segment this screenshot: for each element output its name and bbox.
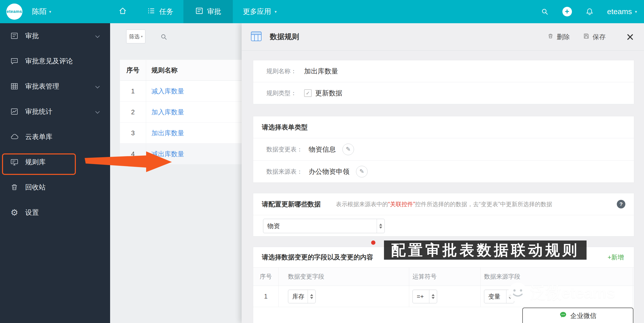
brand-label: eteams [607,7,632,16]
chevron-down-icon [95,83,100,90]
row-blank-cell [633,286,634,307]
rule-type-row: 规则类型： ✓ 更新数据 [253,82,634,104]
nav-tasks[interactable]: 任务 [137,0,183,23]
search-icon[interactable] [541,8,549,16]
rule-link[interactable]: 加入库数量 [146,108,184,117]
update-data-checkbox[interactable]: ✓ [304,89,312,97]
chart-icon [9,107,20,116]
row-number: 4 [120,144,146,164]
screen: eteams 陈陌 ▾ 任务 [0,0,644,323]
notifications-bell-icon[interactable] [586,8,594,16]
column-header-name: 规则名称 [146,66,178,75]
target-data-select[interactable]: 物资 [263,219,385,233]
nav-more-apps[interactable]: 更多应用 ▾ [233,0,287,23]
sidebar-item-label: 审批 [25,31,39,40]
rule-name-label: 规则名称： [266,67,304,75]
sidebar-item-label: 云表单库 [25,132,52,141]
source-table-label: 数据来源表： [266,168,309,176]
update-data-title: 请配置更新哪些数据 [262,200,321,209]
add-new-button[interactable]: +新增 [607,253,624,261]
operator-select[interactable]: =+ [412,290,437,303]
row-number: 3 [120,123,146,143]
wechat-work-button[interactable]: 企业微信 [522,308,633,323]
rules-screen-icon [9,158,20,166]
save-label: 保存 [593,33,606,41]
sidebar-item-statistics[interactable]: 审批统计 [0,99,110,124]
user-menu[interactable]: 陈陌 ▾ [32,7,51,17]
change-field-select[interactable]: 库存 [288,290,316,303]
column-header-change-field: 数据变更字段 [279,267,409,286]
close-icon[interactable]: × [626,30,634,43]
sidebar-item-cloud-forms[interactable]: 云表单库 [0,124,110,149]
search-icon[interactable] [160,33,168,42]
help-question-icon[interactable]: ? [617,200,625,208]
eteams-logo[interactable]: eteams [6,4,22,20]
sidebar-item-settings[interactable]: ⚙ 设置 [0,200,110,225]
form-type-title: 请选择表单类型 [262,123,308,132]
change-table-row: 数据变更表： 物资信息 ✎ [253,138,634,160]
sidebar-item-label: 审批意见及评论 [25,57,73,66]
sidebar-item-recycle-bin[interactable]: 回收站 [0,175,110,200]
rule-link[interactable]: 减出库数量 [146,150,184,158]
update-data-body: 物资 [253,215,634,236]
row-number: 1 [120,81,146,101]
row-number: 2 [120,102,146,122]
data-rule-drawer: 数据规则 删除 保存 × 规则名称： 加出库数量 [242,23,644,323]
sidebar-item-approval[interactable]: 审批 [0,23,110,48]
logo-text: eteams [7,9,22,14]
wechat-chat-icon [559,311,567,320]
change-table-label: 数据变更表： [266,145,309,153]
form-type-card: 请选择表单类型 数据变更表： 物资信息 ✎ 数据来源表： 办公物资申领 ✎ [253,116,634,183]
update-data-card: 请配置更新哪些数据 表示根据来源表中的“关联控件”控件所选择的的数据，去“变更表… [253,193,634,236]
nav-more-apps-label: 更多应用 [243,7,271,16]
sidebar-item-label: 设置 [25,208,39,217]
drawer-header: 数据规则 删除 保存 × [242,23,644,51]
source-table-row: 数据来源表： 办公物资申领 ✎ [253,160,634,182]
source-table-value: 办公物资申领 [309,167,349,176]
sidebar-item-label: 规则库 [25,157,46,167]
check-icon: ✓ [306,91,310,96]
chevron-down-icon [95,108,100,116]
column-header-source-field: 数据来源字段 [481,267,633,286]
rule-name-value: 加出库数量 [304,67,338,76]
delete-button[interactable]: 删除 [547,33,570,41]
change-fields-table-header: 序号 数据变更字段 运算符号 数据来源字段 [253,267,634,286]
edit-pencil-icon[interactable]: ✎ [342,144,354,155]
filter-label: 筛选 [129,33,140,40]
select-stepper-icon [308,290,315,303]
brand-menu[interactable]: eteams ▾ [607,7,637,16]
drawer-body: 规则名称： 加出库数量 规则类型： ✓ 更新数据 请选择表单类型 数据变更表： … [242,50,644,323]
save-button[interactable]: 保存 [583,33,606,41]
trash-icon [547,33,554,41]
sidebar-item-comments[interactable]: 审批意见及评论 [0,48,110,74]
sidebar-item-rules-library[interactable]: 规则库 [0,149,110,175]
nav-tasks-label: 任务 [159,7,173,16]
approval-icon [9,32,20,40]
change-fields-table-row: 1 库存 =+ [253,286,634,307]
annotation-red-dot [371,240,375,245]
chevron-down-icon: ▾ [49,9,51,14]
topbar-left: eteams 陈陌 ▾ [6,0,51,23]
rule-link[interactable]: 减入库数量 [146,87,184,96]
nav-approval[interactable]: 审批 [183,0,233,23]
sidebar-item-label: 回收站 [25,183,46,192]
sidebar: 审批 审批意见及评论 审批表管理 审批统计 云表单库 规则库 回收站 [0,23,110,323]
filter-button[interactable]: 筛选 ▾ [126,30,145,43]
topbar: eteams 陈陌 ▾ 任务 [0,0,644,23]
chevron-down-icon: ▾ [635,9,637,14]
column-header-no: 序号 [253,267,279,286]
add-icon[interactable]: + [562,7,572,16]
gear-icon: ⚙ [9,208,20,217]
rule-link[interactable]: 加出库数量 [146,129,184,138]
comment-bubble-icon [9,57,20,65]
drawer-actions: 删除 保存 × [547,30,634,43]
drawer-title: 数据规则 [270,32,299,42]
sidebar-item-form-management[interactable]: 审批表管理 [0,74,110,99]
nav-home[interactable] [108,0,137,23]
change-field-cell: 库存 [279,286,409,307]
annotation-tooltip: 配置审批表数据联动规则 [384,240,587,260]
edit-pencil-icon[interactable]: ✎ [356,166,368,177]
operator-cell: =+ [409,286,481,307]
rule-type-value: 更新数据 [315,89,342,98]
source-field-select[interactable]: 变量 [484,290,514,303]
